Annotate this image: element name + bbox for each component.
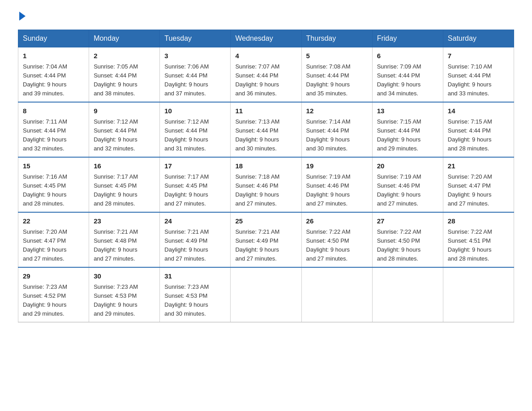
day-info: Sunrise: 7:04 AMSunset: 4:44 PMDaylight:… (23, 62, 84, 98)
day-cell: 8Sunrise: 7:11 AMSunset: 4:44 PMDaylight… (18, 102, 89, 157)
day-number: 22 (23, 216, 84, 227)
day-info: Sunrise: 7:16 AMSunset: 4:45 PMDaylight:… (23, 172, 84, 209)
day-cell: 31Sunrise: 7:23 AMSunset: 4:53 PMDayligh… (160, 267, 231, 322)
day-cell: 18Sunrise: 7:18 AMSunset: 4:46 PMDayligh… (231, 157, 301, 212)
day-cell (372, 267, 443, 322)
day-number: 31 (164, 271, 226, 282)
day-cell (301, 267, 372, 322)
week-row-1: 1Sunrise: 7:04 AMSunset: 4:44 PMDaylight… (18, 47, 514, 103)
logo (18, 13, 26, 21)
calendar-table: SundayMondayTuesdayWednesdayThursdayFrid… (18, 30, 514, 322)
day-info: Sunrise: 7:06 AMSunset: 4:44 PMDaylight:… (164, 62, 226, 98)
day-number: 18 (235, 161, 296, 171)
day-cell: 15Sunrise: 7:16 AMSunset: 4:45 PMDayligh… (18, 157, 89, 212)
day-cell: 21Sunrise: 7:20 AMSunset: 4:47 PMDayligh… (443, 157, 514, 212)
day-info: Sunrise: 7:23 AMSunset: 4:52 PMDaylight:… (23, 283, 84, 319)
day-cell: 3Sunrise: 7:06 AMSunset: 4:44 PMDaylight… (160, 47, 231, 103)
day-number: 24 (164, 216, 226, 227)
dow-header-saturday: Saturday (443, 30, 514, 47)
day-number: 6 (377, 51, 438, 61)
day-info: Sunrise: 7:22 AMSunset: 4:51 PMDaylight:… (448, 227, 509, 264)
day-cell: 13Sunrise: 7:15 AMSunset: 4:44 PMDayligh… (372, 102, 443, 157)
dow-header-sunday: Sunday (18, 30, 89, 47)
page-header (18, 13, 514, 21)
dow-header-friday: Friday (372, 30, 443, 47)
day-cell: 17Sunrise: 7:17 AMSunset: 4:45 PMDayligh… (160, 157, 231, 212)
day-info: Sunrise: 7:20 AMSunset: 4:47 PMDaylight:… (448, 172, 509, 209)
day-info: Sunrise: 7:19 AMSunset: 4:46 PMDaylight:… (306, 172, 368, 209)
day-number: 27 (377, 216, 438, 227)
day-info: Sunrise: 7:22 AMSunset: 4:50 PMDaylight:… (306, 227, 368, 264)
day-cell: 1Sunrise: 7:04 AMSunset: 4:44 PMDaylight… (18, 47, 89, 103)
day-info: Sunrise: 7:21 AMSunset: 4:49 PMDaylight:… (164, 227, 226, 264)
day-cell: 30Sunrise: 7:23 AMSunset: 4:53 PMDayligh… (89, 267, 160, 322)
logo-arrow-icon (19, 12, 26, 21)
day-number: 25 (235, 216, 296, 227)
day-cell (231, 267, 301, 322)
day-info: Sunrise: 7:10 AMSunset: 4:44 PMDaylight:… (448, 62, 509, 98)
day-cell: 12Sunrise: 7:14 AMSunset: 4:44 PMDayligh… (301, 102, 372, 157)
day-number: 23 (94, 216, 155, 227)
day-cell: 24Sunrise: 7:21 AMSunset: 4:49 PMDayligh… (160, 212, 231, 267)
day-info: Sunrise: 7:12 AMSunset: 4:44 PMDaylight:… (164, 117, 226, 154)
day-cell: 28Sunrise: 7:22 AMSunset: 4:51 PMDayligh… (443, 212, 514, 267)
dow-header-tuesday: Tuesday (160, 30, 231, 47)
dow-header-thursday: Thursday (301, 30, 372, 47)
day-cell: 23Sunrise: 7:21 AMSunset: 4:48 PMDayligh… (89, 212, 160, 267)
day-number: 21 (448, 161, 509, 171)
day-number: 15 (23, 161, 84, 171)
day-info: Sunrise: 7:08 AMSunset: 4:44 PMDaylight:… (306, 62, 368, 98)
day-info: Sunrise: 7:14 AMSunset: 4:44 PMDaylight:… (306, 117, 368, 154)
day-cell: 25Sunrise: 7:21 AMSunset: 4:49 PMDayligh… (231, 212, 301, 267)
day-cell (443, 267, 514, 322)
day-number: 1 (23, 51, 84, 61)
day-info: Sunrise: 7:18 AMSunset: 4:46 PMDaylight:… (235, 172, 296, 209)
dow-header-monday: Monday (89, 30, 160, 47)
week-row-3: 15Sunrise: 7:16 AMSunset: 4:45 PMDayligh… (18, 157, 514, 212)
day-number: 7 (448, 51, 509, 61)
day-cell: 26Sunrise: 7:22 AMSunset: 4:50 PMDayligh… (301, 212, 372, 267)
day-cell: 20Sunrise: 7:19 AMSunset: 4:46 PMDayligh… (372, 157, 443, 212)
day-cell: 29Sunrise: 7:23 AMSunset: 4:52 PMDayligh… (18, 267, 89, 322)
day-cell: 6Sunrise: 7:09 AMSunset: 4:44 PMDaylight… (372, 47, 443, 103)
day-cell: 11Sunrise: 7:13 AMSunset: 4:44 PMDayligh… (231, 102, 301, 157)
day-number: 12 (306, 106, 368, 116)
day-cell: 9Sunrise: 7:12 AMSunset: 4:44 PMDaylight… (89, 102, 160, 157)
day-info: Sunrise: 7:15 AMSunset: 4:44 PMDaylight:… (377, 117, 438, 154)
day-cell: 27Sunrise: 7:22 AMSunset: 4:50 PMDayligh… (372, 212, 443, 267)
day-info: Sunrise: 7:09 AMSunset: 4:44 PMDaylight:… (377, 62, 438, 98)
day-info: Sunrise: 7:21 AMSunset: 4:48 PMDaylight:… (94, 227, 155, 264)
day-cell: 4Sunrise: 7:07 AMSunset: 4:44 PMDaylight… (231, 47, 301, 103)
week-row-4: 22Sunrise: 7:20 AMSunset: 4:47 PMDayligh… (18, 212, 514, 267)
day-number: 30 (94, 271, 155, 282)
day-info: Sunrise: 7:17 AMSunset: 4:45 PMDaylight:… (164, 172, 226, 209)
day-info: Sunrise: 7:05 AMSunset: 4:44 PMDaylight:… (94, 62, 155, 98)
day-number: 14 (448, 106, 509, 116)
day-cell: 5Sunrise: 7:08 AMSunset: 4:44 PMDaylight… (301, 47, 372, 103)
day-number: 29 (23, 271, 84, 282)
day-number: 11 (235, 106, 296, 116)
day-number: 8 (23, 106, 84, 116)
day-number: 2 (94, 51, 155, 61)
day-cell: 10Sunrise: 7:12 AMSunset: 4:44 PMDayligh… (160, 102, 231, 157)
dow-header-wednesday: Wednesday (231, 30, 301, 47)
day-info: Sunrise: 7:13 AMSunset: 4:44 PMDaylight:… (235, 117, 296, 154)
day-info: Sunrise: 7:15 AMSunset: 4:44 PMDaylight:… (448, 117, 509, 154)
day-number: 3 (164, 51, 226, 61)
week-row-5: 29Sunrise: 7:23 AMSunset: 4:52 PMDayligh… (18, 267, 514, 322)
day-cell: 14Sunrise: 7:15 AMSunset: 4:44 PMDayligh… (443, 102, 514, 157)
day-info: Sunrise: 7:11 AMSunset: 4:44 PMDaylight:… (23, 117, 84, 154)
day-number: 5 (306, 51, 368, 61)
day-number: 4 (235, 51, 296, 61)
day-number: 10 (164, 106, 226, 116)
day-number: 20 (377, 161, 438, 171)
day-info: Sunrise: 7:23 AMSunset: 4:53 PMDaylight:… (164, 283, 226, 319)
day-info: Sunrise: 7:21 AMSunset: 4:49 PMDaylight:… (235, 227, 296, 264)
days-of-week-header: SundayMondayTuesdayWednesdayThursdayFrid… (18, 30, 514, 47)
day-number: 16 (94, 161, 155, 171)
day-number: 28 (448, 216, 509, 227)
day-cell: 2Sunrise: 7:05 AMSunset: 4:44 PMDaylight… (89, 47, 160, 103)
day-info: Sunrise: 7:23 AMSunset: 4:53 PMDaylight:… (94, 283, 155, 319)
day-number: 26 (306, 216, 368, 227)
day-cell: 16Sunrise: 7:17 AMSunset: 4:45 PMDayligh… (89, 157, 160, 212)
